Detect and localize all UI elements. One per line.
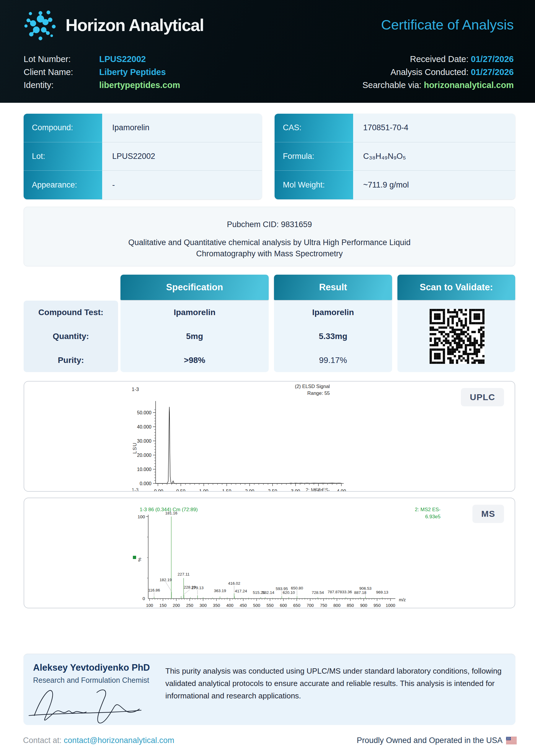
svg-text:116.86: 116.86 bbox=[148, 588, 160, 592]
uplc-badge: UPLC bbox=[461, 388, 504, 406]
svg-text:m/z: m/z bbox=[399, 598, 406, 602]
svg-text:300: 300 bbox=[200, 603, 207, 608]
svg-text:150: 150 bbox=[159, 603, 166, 608]
svg-text:0.000: 0.000 bbox=[140, 481, 152, 486]
table-row: Appearance: - bbox=[24, 171, 262, 199]
identity-label: Identity: bbox=[24, 78, 99, 92]
analysis-description: Qualitative and Quantitative chemical an… bbox=[101, 237, 438, 260]
svg-text:%: % bbox=[137, 558, 142, 561]
svg-text:20.000: 20.000 bbox=[137, 453, 152, 458]
svg-text:728.54: 728.54 bbox=[312, 590, 324, 595]
svg-text:416.02: 416.02 bbox=[228, 581, 240, 586]
brand: Horizon Analytical bbox=[23, 8, 204, 42]
result-header: Result bbox=[274, 275, 392, 300]
svg-text:800: 800 bbox=[333, 603, 340, 608]
result-quantity: 5.33mg bbox=[274, 324, 392, 349]
compound-value: Ipamorelin bbox=[102, 114, 262, 142]
svg-text:279.13: 279.13 bbox=[191, 586, 204, 590]
svg-text:969.13: 969.13 bbox=[376, 590, 388, 595]
formula-value: C₃₈H₄₉N₉O₅ bbox=[353, 142, 515, 171]
svg-text:0: 0 bbox=[143, 596, 145, 601]
svg-text:100: 100 bbox=[138, 514, 145, 519]
us-flag-icon bbox=[506, 737, 517, 744]
table-row: Compound: Ipamorelin bbox=[24, 114, 262, 142]
svg-text:6.93e5: 6.93e5 bbox=[425, 514, 440, 519]
searchable-link[interactable]: horizonanalytical.com bbox=[424, 80, 514, 90]
lot-value: LPUS22002 bbox=[102, 142, 262, 171]
analysis-conducted-value: 01/27/2026 bbox=[471, 67, 514, 77]
svg-text:200: 200 bbox=[173, 603, 180, 608]
svg-text:250: 250 bbox=[186, 603, 193, 608]
client-name-value: Liberty Peptides bbox=[99, 66, 166, 78]
svg-text:400: 400 bbox=[226, 603, 233, 608]
received-date-label: Received Date: bbox=[410, 54, 468, 64]
svg-text:650: 650 bbox=[293, 603, 300, 608]
signature-card: Aleksey Yevtodiyenko PhD Research and Fo… bbox=[24, 654, 515, 725]
footer-right-text: Proudly Owned and Operated in the USA bbox=[357, 736, 502, 745]
analysis-note: This purity analysis was conducted using… bbox=[165, 665, 502, 702]
lot-number-value: LPUS22002 bbox=[99, 53, 146, 66]
lot-number-label: Lot Number: bbox=[24, 53, 99, 66]
svg-text:-0.00: -0.00 bbox=[153, 489, 164, 491]
mass-spectrum: 1-3 86 (0.344) Cm (72:89)2: MS2 ES-6.93e… bbox=[24, 498, 515, 608]
specification-header: Specification bbox=[121, 275, 269, 300]
chemist-name: Aleksey Yevtodiyenko PhD bbox=[33, 662, 150, 673]
svg-text:2.50: 2.50 bbox=[268, 489, 277, 491]
identity-link[interactable]: libertypeptides.com bbox=[99, 78, 180, 92]
svg-text:1-3: 1-3 bbox=[132, 488, 138, 491]
spec-purity: >98% bbox=[121, 348, 269, 372]
svg-text:227.11: 227.11 bbox=[178, 572, 189, 576]
svg-text:620.10: 620.10 bbox=[283, 590, 295, 595]
svg-text:3.00: 3.00 bbox=[291, 489, 300, 491]
svg-text:1.50: 1.50 bbox=[222, 489, 231, 491]
result-compound: Ipamorelin bbox=[274, 301, 392, 324]
pubchem-cid: Pubchem CID: 9831659 bbox=[24, 220, 515, 229]
svg-text:350: 350 bbox=[213, 603, 220, 608]
svg-text:417.24: 417.24 bbox=[235, 589, 247, 593]
svg-text:100: 100 bbox=[146, 603, 153, 608]
svg-text:1.00: 1.00 bbox=[199, 489, 209, 491]
qr-code bbox=[430, 309, 485, 364]
svg-text:2: MS2 ES-: 2: MS2 ES- bbox=[415, 507, 440, 512]
svg-text:Range: 55: Range: 55 bbox=[307, 390, 330, 396]
cas-value: 170851-70-4 bbox=[353, 114, 515, 142]
svg-text:950: 950 bbox=[374, 603, 380, 608]
svg-text:906.53: 906.53 bbox=[359, 586, 371, 591]
uplc-chromatogram-card: 1-3(2) ELSD SignalRange: 550.00010.00020… bbox=[24, 381, 515, 492]
svg-text:850: 850 bbox=[347, 603, 354, 608]
svg-text:2.00: 2.00 bbox=[245, 489, 254, 491]
svg-text:LSU: LSU bbox=[132, 442, 138, 454]
svg-text:650.80: 650.80 bbox=[291, 586, 303, 590]
signature-image bbox=[25, 683, 144, 724]
table-row: Mol Weight: ~711.9 g/mol bbox=[275, 171, 515, 199]
header-left-fields: Lot Number: LPUS22002 Client Name: Liber… bbox=[24, 53, 180, 92]
quantity-label: Quantity: bbox=[24, 324, 118, 349]
svg-text:550: 550 bbox=[266, 603, 273, 608]
received-date-value: 01/27/2026 bbox=[471, 54, 514, 64]
svg-text:750: 750 bbox=[320, 603, 327, 608]
header: Horizon Analytical Certificate of Analys… bbox=[0, 0, 535, 103]
header-right-fields: Received Date: 01/27/2026 Analysis Condu… bbox=[362, 53, 514, 92]
svg-text:532.14: 532.14 bbox=[262, 590, 275, 595]
lot-label: Lot: bbox=[24, 142, 102, 171]
mol-weight-label: Mol Weight: bbox=[275, 171, 353, 199]
svg-text:700: 700 bbox=[306, 603, 314, 608]
svg-text:500: 500 bbox=[253, 603, 260, 608]
contact-email-link[interactable]: contact@horizonanalytical.com bbox=[64, 736, 174, 745]
ms-badge: MS bbox=[472, 505, 504, 523]
svg-text:30.000: 30.000 bbox=[137, 438, 152, 444]
formula-label: Formula: bbox=[275, 142, 353, 171]
analysis-conducted-label: Analysis Conducted: bbox=[390, 67, 468, 77]
pubchem-card: Pubchem CID: 9831659 Qualitative and Qua… bbox=[24, 207, 515, 266]
table-row: CAS: 170851-70-4 bbox=[275, 114, 515, 142]
svg-text:10.000: 10.000 bbox=[137, 467, 152, 472]
cas-label: CAS: bbox=[275, 114, 353, 142]
svg-text:182.19: 182.19 bbox=[159, 578, 172, 582]
compound-label: Compound: bbox=[24, 114, 102, 142]
svg-text:181.16: 181.16 bbox=[165, 511, 177, 515]
appearance-label: Appearance: bbox=[24, 171, 102, 199]
svg-text:363.19: 363.19 bbox=[214, 589, 226, 593]
svg-text:4.00: 4.00 bbox=[337, 489, 346, 491]
svg-text:600: 600 bbox=[280, 603, 287, 608]
brand-name: Horizon Analytical bbox=[66, 15, 204, 35]
